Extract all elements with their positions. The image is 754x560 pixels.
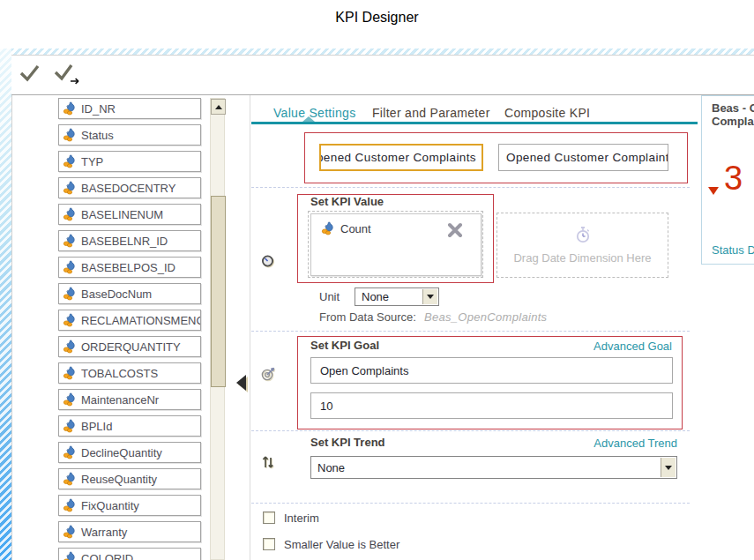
field-item[interactable]: ID_NR [58, 98, 201, 119]
collapse-panel-arrow[interactable] [234, 373, 250, 395]
measure-field-icon [63, 366, 77, 380]
field-list-scrollbar[interactable] [210, 98, 225, 560]
section-separator [251, 503, 690, 504]
field-item-label: TYP [81, 155, 103, 168]
remove-measure-button[interactable] [445, 220, 465, 243]
unit-select[interactable]: None [355, 287, 439, 306]
field-item-label: BaseDocNum [81, 287, 152, 301]
status-diagram-link[interactable]: Status Diagram [712, 243, 754, 257]
data-source-label: From Data Source: [319, 310, 416, 324]
measure-field-icon [63, 128, 77, 142]
kpi-preview-title: Beas - Open Complaints [712, 101, 754, 128]
date-dimension-dropzone[interactable]: Drag Date Dimension Here [496, 213, 668, 278]
field-item[interactable]: RECLAMATIONSMENGE [58, 310, 201, 331]
measure-field-icon [63, 181, 77, 195]
measure-chip[interactable]: Count [321, 221, 371, 235]
unit-select-value: None [362, 290, 389, 303]
scroll-up-button[interactable] [211, 99, 226, 115]
kpi-display-name-input[interactable]: Opened Customer Complaints [498, 144, 668, 171]
kpi-designer-window: KPI Designer ID_NR Status TYP BASEDOCENT… [0, 0, 754, 560]
tab-filter-and-parameter[interactable]: Filter and Parameter [372, 106, 490, 120]
unit-label: Unit [319, 290, 340, 303]
field-item[interactable]: TOBALCOSTS [58, 362, 201, 384]
measure-field-icon [63, 551, 77, 560]
field-item[interactable]: ORDERQUANTITY [58, 336, 201, 357]
field-item[interactable]: ReuseQuantity [58, 468, 201, 489]
field-item-label: ReuseQuantity [81, 473, 157, 486]
smaller-value-checkbox[interactable] [263, 538, 275, 550]
panel-divider [250, 95, 250, 560]
measure-field-icon [63, 498, 77, 512]
field-item-label: DeclineQuantity [81, 446, 162, 459]
measure-field-icon [63, 419, 77, 433]
striped-border-left [0, 49, 11, 560]
field-item[interactable]: FixQuantity [58, 495, 201, 516]
field-item[interactable]: Warranty [58, 521, 201, 542]
confirm-button[interactable] [17, 61, 47, 89]
measure-field-icon [63, 207, 77, 221]
dropdown-button[interactable] [422, 289, 437, 304]
measure-chip-label: Count [340, 222, 371, 235]
field-item[interactable]: MaintenanceNr [58, 389, 201, 410]
field-item-label: ID_NR [81, 102, 116, 116]
date-drop-hint: Drag Date Dimension Here [513, 251, 651, 265]
tab-composite-kpi[interactable]: Composite KPI [504, 106, 590, 120]
field-item[interactable]: BASELINENUM [58, 204, 201, 225]
interim-checkbox-label: Interim [284, 511, 319, 525]
kpi-name-input[interactable]: Opened Customer Complaints [319, 144, 483, 171]
section-separator [251, 331, 690, 332]
triangle-up-icon [215, 105, 222, 109]
field-item-label: BASEBELPOS_ID [81, 261, 175, 274]
goal-name-input[interactable]: Open Complaints [310, 357, 673, 384]
field-item-label: BASELINENUM [81, 208, 163, 221]
measure-field-icon [63, 340, 77, 354]
measure-field-icon [63, 445, 77, 459]
red-triangle-down-icon [708, 187, 719, 195]
measure-field-icon [63, 101, 77, 116]
field-item[interactable]: COLORID [58, 548, 201, 560]
field-item-label: BPLId [81, 420, 112, 433]
interim-checkbox[interactable] [263, 511, 275, 524]
field-item-label: FixQuantity [81, 499, 139, 512]
field-item[interactable]: TYP [58, 151, 201, 172]
field-item-label: Warranty [81, 526, 127, 539]
section-separator [251, 187, 690, 188]
checkmark-arrow-icon [52, 77, 84, 90]
field-item-label: MaintenanceNr [81, 393, 159, 407]
field-item[interactable]: BASEBELNR_ID [58, 230, 201, 251]
trend-select[interactable]: None [310, 456, 677, 479]
trend-select-value: None [317, 461, 345, 474]
checkmark-icon [17, 75, 43, 88]
measure-field-icon [63, 472, 77, 486]
measure-field-icon [63, 260, 77, 274]
stopwatch-icon [575, 226, 591, 246]
kpi-preview-title-line2: Complaints [712, 115, 754, 128]
field-item-label: COLORID [81, 552, 133, 560]
field-item[interactable]: DeclineQuantity [58, 442, 201, 463]
measure-field-icon [321, 221, 335, 235]
measure-field-icon [63, 525, 77, 539]
field-item-label: BASEDOCENTRY [81, 182, 175, 195]
gauge-icon [261, 254, 275, 271]
confirm-continue-button[interactable] [52, 61, 82, 89]
goal-section-heading: Set KPI Goal [310, 339, 379, 352]
field-item[interactable]: BaseDocNum [58, 283, 201, 304]
field-item-label: BASEBELNR_ID [81, 235, 168, 248]
dropdown-button[interactable] [661, 458, 676, 477]
advanced-trend-link[interactable]: Advanced Trend [564, 437, 677, 450]
triangle-down-icon [427, 295, 434, 299]
x-icon [445, 220, 465, 240]
section-separator [251, 430, 690, 431]
field-item[interactable]: BASEBELPOS_ID [58, 257, 201, 278]
field-item[interactable]: BASEDOCENTRY [58, 177, 201, 198]
field-item[interactable]: Status [58, 124, 201, 146]
measure-field-icon [63, 313, 77, 327]
measure-field-icon [63, 234, 77, 248]
scrollbar-thumb[interactable] [211, 196, 226, 387]
kpi-preview-title-line1: Beas - Open [712, 101, 754, 115]
goal-value-input[interactable]: 10 [310, 392, 673, 419]
advanced-goal-link[interactable]: Advanced Goal [564, 340, 672, 353]
triangle-down-icon [665, 466, 672, 470]
kpi-preview-card: Beas - Open Complaints 3 Status Diagram [701, 95, 754, 265]
field-item[interactable]: BPLId [58, 415, 201, 437]
